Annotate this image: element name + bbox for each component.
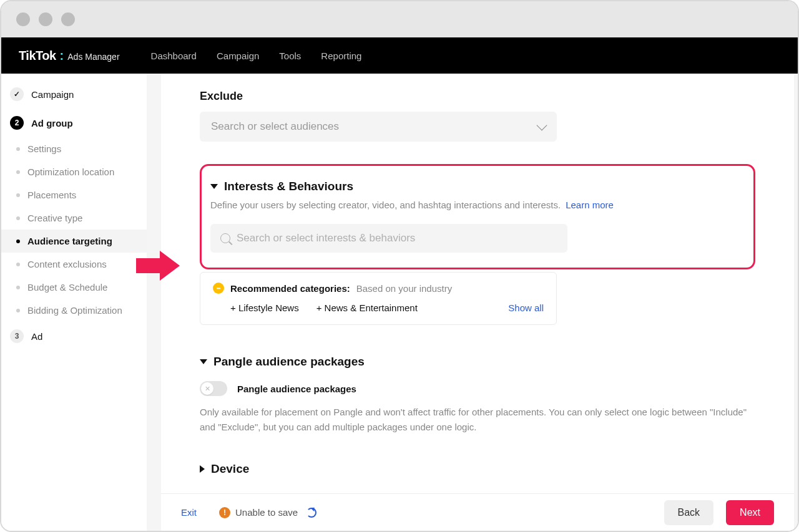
sidebar-item-label: Placements xyxy=(27,190,76,200)
sidebar-item-content-exclusions[interactable]: Content exclusions xyxy=(1,253,147,276)
browser-titlebar xyxy=(1,1,798,37)
exit-link[interactable]: Exit xyxy=(181,507,197,518)
logo-suffix: Ads Manager xyxy=(67,52,119,62)
bullet-icon xyxy=(16,170,20,174)
bullet-icon xyxy=(16,239,20,243)
sidebar-item-optimization-location[interactable]: Optimization location xyxy=(1,160,147,183)
pangle-toggle-label: Pangle audience packages xyxy=(237,384,356,394)
warning-icon: ! xyxy=(219,507,230,518)
sidebar-item-placements[interactable]: Placements xyxy=(1,183,147,206)
interests-hint: Define your users by selecting creator, … xyxy=(210,200,561,210)
bullet-icon xyxy=(16,286,20,289)
nav-tools[interactable]: Tools xyxy=(279,51,301,61)
device-header[interactable]: Device xyxy=(200,462,755,476)
sidebar-step-ad[interactable]: 3 Ad xyxy=(1,322,147,351)
main-panel: Exclude Search or select audiences Inter… xyxy=(161,74,794,531)
exclude-label: Exclude xyxy=(200,90,755,103)
collapse-icon xyxy=(210,184,218,189)
expand-icon xyxy=(200,465,205,473)
section-title: Device xyxy=(211,462,249,476)
sidebar-item-label: Optimization location xyxy=(27,167,114,177)
bullet-icon xyxy=(16,263,20,266)
bullet-icon xyxy=(16,216,20,220)
sidebar-item-budget-schedule[interactable]: Budget & Schedule xyxy=(1,276,147,299)
status-text: Unable to save xyxy=(235,507,298,518)
top-nav: TikTok : Ads Manager Dashboard Campaign … xyxy=(1,37,798,74)
refresh-icon[interactable] xyxy=(306,508,316,518)
section-title: Pangle audience packages xyxy=(213,355,365,369)
content-area: ✓ Campaign 2 Ad group Settings Optimizat… xyxy=(1,74,798,531)
footer-bar: Exit ! Unable to save Back Next xyxy=(161,493,794,531)
sidebar-step-adgroup[interactable]: 2 Ad group xyxy=(1,109,147,137)
step-number-icon: 2 xyxy=(10,116,24,130)
pangle-toggle[interactable] xyxy=(200,381,227,396)
back-button[interactable]: Back xyxy=(664,500,714,525)
learn-more-link[interactable]: Learn more xyxy=(566,200,614,210)
bullet-icon xyxy=(16,193,20,197)
chevron-down-icon xyxy=(537,120,547,131)
check-icon: ✓ xyxy=(10,87,24,101)
sidebar-item-label: Budget & Schedule xyxy=(27,282,107,293)
bullet-icon xyxy=(16,147,20,151)
interests-header[interactable]: Interests & Behaviours xyxy=(210,180,742,193)
recommended-basis: Based on your industry xyxy=(356,283,452,294)
interests-behaviours-section: Interests & Behaviours Define your users… xyxy=(200,164,755,269)
traffic-light-dot xyxy=(61,12,75,26)
pangle-description: Only available for placement on Pangle a… xyxy=(200,405,755,435)
top-nav-items: Dashboard Campaign Tools Reporting xyxy=(151,51,362,61)
traffic-light-dot xyxy=(39,12,52,26)
sidebar-item-label: Audience targeting xyxy=(27,236,112,246)
select-placeholder: Search or select audiences xyxy=(211,120,339,133)
sidebar-item-label: Bidding & Optimization xyxy=(27,305,122,316)
sidebar-item-creative-type[interactable]: Creative type xyxy=(1,206,147,230)
sidebar-step-label: Ad xyxy=(31,331,42,342)
browser-window: TikTok : Ads Manager Dashboard Campaign … xyxy=(0,0,799,532)
interests-search-input[interactable]: Search or select interests & behaviors xyxy=(210,224,567,253)
collapse-icon xyxy=(200,359,207,364)
pangle-header[interactable]: Pangle audience packages xyxy=(200,355,755,369)
sidebar-step-label: Ad group xyxy=(31,118,73,128)
logo[interactable]: TikTok : Ads Manager xyxy=(19,49,120,63)
search-placeholder: Search or select interests & behaviors xyxy=(237,232,415,244)
sidebar-item-settings[interactable]: Settings xyxy=(1,137,147,160)
sidebar-step-label: Campaign xyxy=(31,89,74,100)
search-icon xyxy=(220,233,230,243)
show-all-link[interactable]: Show all xyxy=(508,302,544,313)
nav-campaign[interactable]: Campaign xyxy=(217,51,259,61)
sidebar-item-audience-targeting[interactable]: Audience targeting xyxy=(1,230,147,253)
step-number-icon: 3 xyxy=(10,329,24,343)
recommended-categories-card: Recommended categories: Based on your in… xyxy=(200,272,557,325)
next-button[interactable]: Next xyxy=(726,500,774,525)
save-status: ! Unable to save xyxy=(219,507,316,518)
sidebar-item-label: Settings xyxy=(27,143,61,154)
nav-dashboard[interactable]: Dashboard xyxy=(151,51,197,61)
logo-brand: TikTok xyxy=(19,49,56,63)
lightbulb-icon xyxy=(213,283,224,294)
category-chip-lifestyle-news[interactable]: + Lifestyle News xyxy=(230,302,299,313)
sidebar: ✓ Campaign 2 Ad group Settings Optimizat… xyxy=(1,74,147,531)
pangle-toggle-row: Pangle audience packages xyxy=(200,381,755,396)
category-chip-news-entertainment[interactable]: + News & Entertainment xyxy=(316,302,418,313)
traffic-light-dot xyxy=(16,12,30,26)
sidebar-item-bidding-optimization[interactable]: Bidding & Optimization xyxy=(1,299,147,322)
bullet-icon xyxy=(16,309,20,312)
logo-colon-icon: : xyxy=(60,49,64,63)
sidebar-step-campaign[interactable]: ✓ Campaign xyxy=(1,80,147,109)
recommended-label: Recommended categories: xyxy=(230,283,350,294)
sidebar-item-label: Creative type xyxy=(27,213,82,223)
section-title: Interests & Behaviours xyxy=(224,180,353,193)
sidebar-item-label: Content exclusions xyxy=(27,259,107,269)
exclude-audience-select[interactable]: Search or select audiences xyxy=(200,112,557,142)
nav-reporting[interactable]: Reporting xyxy=(321,51,361,61)
